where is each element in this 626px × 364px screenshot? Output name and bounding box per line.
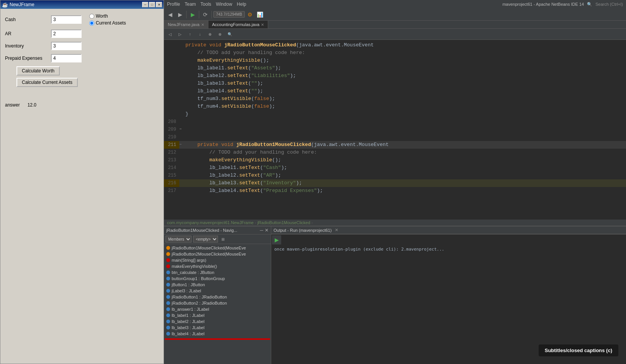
tab-accountingformulas-close[interactable]: ✕: [261, 23, 264, 27]
nav-item-label: makeEverythingVisible(): [172, 264, 217, 269]
worth-radio-label: Worth: [96, 13, 108, 19]
tab-newjframe[interactable]: NewJFrame.java ✕: [164, 21, 208, 28]
list-item[interactable]: btn_calculate : JButton: [165, 269, 270, 275]
breadcrumb-package[interactable]: com.mycompany.mavenproject61.NewJFrame: [167, 220, 254, 225]
editor-toolbar-find[interactable]: 🔍: [225, 30, 234, 39]
nav-item-label: btn_calculate : JButton: [172, 270, 214, 275]
swing-title-bar: ☕ NewJFrame ─ □ ✕: [0, 0, 164, 9]
nav-settings-icon[interactable]: ⊞: [220, 236, 226, 243]
nav-item-label: buttonGroup1 : ButtonGroup: [172, 276, 225, 281]
tab-newjframe-close[interactable]: ✕: [201, 23, 204, 27]
field-icon: [166, 283, 170, 287]
field-icon: [166, 307, 170, 311]
code-line: makeEverythingVisible();: [164, 57, 626, 64]
ide-toolbar: ◀ ▶ ▶ ⟳ 743.7//1294MB ⚙ 📊: [164, 8, 626, 21]
list-item[interactable]: lb_label1 : JLabel: [165, 312, 270, 318]
calculate-current-assets-button[interactable]: Calculate Current Assets: [16, 78, 78, 87]
editor-tabs: NewJFrame.java ✕ AccountingFormulas.java…: [164, 21, 626, 29]
editor-toolbar-btn6[interactable]: ⊗: [215, 30, 225, 39]
list-item[interactable]: makeEverythingVisible(): [165, 263, 270, 269]
code-line-213: 213 makeEverythingVisible();: [164, 156, 626, 164]
code-line-209: 209 −: [164, 126, 626, 133]
current-assets-radio-label: Current Assets: [96, 20, 126, 26]
editor-toolbar-btn5[interactable]: ⊕: [205, 30, 215, 39]
output-play-btn[interactable]: ▶: [272, 235, 281, 244]
answer-label: answer: [5, 102, 20, 108]
code-line-214: 214 lb_label1.setText("Cash");: [164, 164, 626, 172]
code-line: lb_label3.setText("");: [164, 80, 626, 87]
list-item[interactable]: buttonGroup1 : ButtonGroup: [165, 275, 270, 282]
nav-items-list: jRadioButton1MouseClicked(MouseEve jRadi…: [164, 244, 271, 364]
prepaid-input[interactable]: [51, 54, 82, 62]
nav-item-label: jRadioButton2MouseClicked(MouseEve: [172, 252, 246, 256]
menu-help[interactable]: Help: [237, 2, 246, 7]
list-item[interactable]: jRadioButton1 : JRadioButton: [165, 294, 270, 300]
cash-input[interactable]: [51, 15, 82, 24]
toolbar-gc[interactable]: ⚙: [246, 10, 255, 19]
editor-toolbar-btn4[interactable]: ↓: [195, 30, 205, 39]
field-icon: [166, 320, 170, 323]
calculate-worth-button[interactable]: Calculate Worth: [16, 66, 60, 75]
tab-accountingformulas[interactable]: AccountingFormulas.java ✕: [208, 21, 269, 28]
swing-window: ☕ NewJFrame ─ □ ✕ Cash Worth: [0, 0, 164, 364]
empty-filter[interactable]: <empty>: [193, 236, 218, 243]
nav-close-icon[interactable]: ✕: [265, 228, 269, 233]
nav-item-label: lb_label1 : JLabel: [172, 313, 205, 318]
field-icon: [166, 277, 170, 280]
toolbar-run[interactable]: ▶: [188, 10, 197, 19]
minimize-button[interactable]: ─: [142, 2, 148, 7]
list-item[interactable]: lb_label2 : JLabel: [165, 318, 270, 325]
search-icon: 🔍: [587, 2, 592, 7]
breadcrumb: com.mycompany.mavenproject61.NewJFrame ›…: [164, 220, 626, 226]
menu-team[interactable]: Team: [185, 2, 196, 7]
maximize-button[interactable]: □: [149, 2, 155, 7]
error-bar: [165, 338, 270, 340]
code-line-216: 216 lb_label3.setText("Inventory");: [164, 179, 626, 187]
ar-row: AR: [5, 30, 159, 38]
toolbar-forward[interactable]: ▶: [175, 10, 185, 19]
toolbar-step[interactable]: ⟳: [201, 10, 210, 19]
field-icon: [166, 295, 170, 299]
inventory-input[interactable]: [51, 42, 82, 50]
editor-toolbar-btn2[interactable]: ▷: [175, 30, 185, 39]
list-item[interactable]: main(String[] args): [165, 257, 270, 263]
code-line-208: 208: [164, 118, 626, 126]
list-item[interactable]: jRadioButton2MouseClicked(MouseEve: [165, 251, 270, 257]
menu-tools[interactable]: Tools: [200, 2, 211, 7]
editor-content[interactable]: private void jRadioButtonMouseClicked(ja…: [164, 40, 626, 220]
list-item[interactable]: lb_label3 : JLabel: [165, 325, 270, 331]
output-title-bar: Output - Run (mavenproject61) ✕: [271, 226, 626, 234]
current-assets-radio-row[interactable]: Current Assets: [89, 20, 126, 26]
close-button[interactable]: ✕: [156, 2, 162, 7]
search-label[interactable]: Search (Ctrl+I): [595, 2, 623, 7]
list-item[interactable]: jLabel3 : JLabel: [165, 288, 270, 294]
list-item[interactable]: lb_answer1 : JLabel: [165, 306, 270, 312]
current-assets-radio[interactable]: [89, 21, 94, 26]
toolbar-back[interactable]: ◀: [166, 10, 175, 19]
code-line-210: 210: [164, 133, 626, 141]
worth-radio[interactable]: [89, 14, 94, 19]
list-item[interactable]: jButton1 : JButton: [165, 282, 270, 288]
menu-window[interactable]: Window: [216, 2, 232, 7]
editor-toolbar-btn3[interactable]: ↑: [185, 30, 195, 39]
code-line: // TODO add your handling code here:: [164, 49, 626, 57]
toolbar-profile[interactable]: 📊: [256, 10, 265, 19]
worth-radio-row[interactable]: Worth: [89, 13, 126, 19]
list-item[interactable]: lb_label4 : JLabel: [165, 331, 270, 337]
code-line: tf_num4.setVisible(false);: [164, 103, 626, 110]
nav-title-bar: jRadioButton1MouseClicked - Navig... ─ ✕: [164, 226, 271, 234]
nav-minimize-icon[interactable]: ─: [260, 228, 263, 233]
subtitles-tooltip: Subtitles/closed captions (c): [539, 344, 618, 356]
menu-profile[interactable]: Profile: [167, 2, 180, 7]
breadcrumb-method[interactable]: jRadioButton1MouseClicked: [257, 220, 310, 225]
editor-toolbar-btn1[interactable]: ◁: [166, 30, 175, 39]
swing-app-icon: ☕: [2, 2, 8, 8]
output-close-icon[interactable]: ✕: [335, 228, 338, 233]
code-editor: ◁ ▷ ↑ ↓ ⊕ ⊗ 🔍 private void jRadioButtonM…: [164, 29, 626, 226]
list-item[interactable]: jRadioButton1MouseClicked(MouseEve: [165, 245, 270, 251]
nav-item-label: jRadioButton1 : JRadioButton: [172, 295, 227, 299]
tab-newjframe-label: NewJFrame.java: [168, 22, 200, 27]
list-item[interactable]: jRadioButton2 : JRadioButton: [165, 300, 270, 306]
ar-input[interactable]: [51, 30, 82, 38]
members-filter[interactable]: Members: [166, 236, 192, 243]
